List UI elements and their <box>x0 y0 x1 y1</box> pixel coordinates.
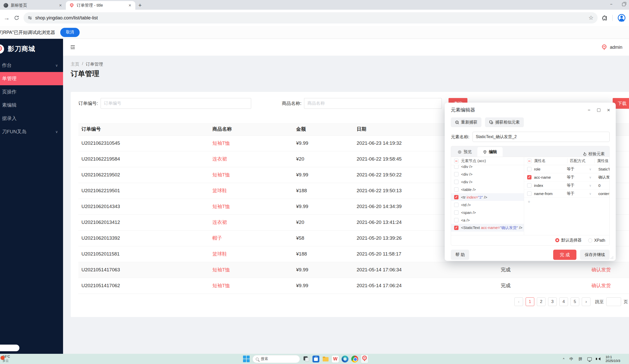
ime-lang-indicator[interactable]: 中 <box>570 357 573 361</box>
browser-tab-order-management[interactable]: 订单管理 - title × <box>66 1 135 10</box>
dialog-close-icon[interactable]: × <box>607 107 610 113</box>
window-restore-button[interactable] <box>622 3 625 6</box>
product-link[interactable]: 篮球鞋 <box>212 251 227 257</box>
tree-node-statictext[interactable]: <StaticText acc-name="确认发货" /> <box>451 224 524 232</box>
node-checkbox[interactable] <box>454 180 458 184</box>
volume-icon[interactable] <box>597 357 600 360</box>
match-select[interactable]: 等于 <box>567 183 587 188</box>
default-selector-radio[interactable]: 默认选择器 <box>555 238 582 243</box>
page-button-2[interactable]: 2 <box>537 297 546 306</box>
match-select[interactable]: 等于 <box>567 191 587 196</box>
node-checkbox[interactable] <box>454 172 458 176</box>
file-explorer-icon[interactable] <box>322 356 329 362</box>
browser-tab-newtab[interactable]: 新标签页 × <box>0 1 66 10</box>
ime-mode-indicator[interactable]: 拼 <box>578 357 582 361</box>
tab-edit[interactable]: 编辑 <box>477 147 503 157</box>
jump-page-input[interactable] <box>606 297 621 306</box>
sidebar-item-page-operations[interactable]: 页操作 <box>0 85 63 99</box>
tab-close-icon[interactable]: × <box>128 3 132 8</box>
page-prev-button[interactable]: ‹ <box>514 297 523 306</box>
page-button-4[interactable]: 4 <box>559 297 568 306</box>
dialog-minimize-icon[interactable]: − <box>588 107 590 113</box>
sidebar-item-order-management[interactable]: 单管理 <box>0 72 63 85</box>
xpath-radio[interactable]: XPath <box>588 238 605 243</box>
profile-avatar[interactable] <box>618 14 625 22</box>
sidebar-item-workbench[interactable]: 作台 ∨ <box>0 59 63 72</box>
address-bar[interactable]: shop.yingdao.com/list/table-list ☆ <box>23 12 598 23</box>
extensions-icon[interactable] <box>602 15 607 21</box>
product-link[interactable]: 短袖T恤 <box>212 172 230 177</box>
order-no-input[interactable] <box>101 98 251 109</box>
attr-checkbox[interactable] <box>527 183 531 188</box>
node-checkbox[interactable] <box>454 187 458 192</box>
bookmark-star-icon[interactable]: ☆ <box>588 15 594 21</box>
dialog-maximize-icon[interactable] <box>597 108 600 112</box>
breadcrumb-home[interactable]: 主页 <box>71 61 79 67</box>
attr-checkbox[interactable] <box>527 167 531 171</box>
reload-icon[interactable] <box>14 15 19 21</box>
sidebar-item-fun-island[interactable]: 刀FUN叉岛 ∨ <box>0 125 63 138</box>
tab-close-icon[interactable]: × <box>58 3 62 8</box>
window-minimize-button[interactable]: − <box>610 2 612 7</box>
product-link[interactable]: 短袖T恤 <box>212 204 230 209</box>
tree-node[interactable]: <a /> <box>451 216 524 224</box>
page-button-5[interactable]: 5 <box>571 297 579 306</box>
match-select[interactable]: 等于 <box>567 175 587 180</box>
node-checkbox[interactable] <box>454 226 458 230</box>
product-link[interactable]: 连衣裙 <box>212 220 227 225</box>
attr-checkbox[interactable] <box>527 175 531 179</box>
confirm-ship-link[interactable]: 确认发货 <box>591 283 611 288</box>
done-button[interactable]: 完 成 <box>553 250 576 260</box>
network-icon[interactable] <box>587 357 592 361</box>
rpa-cancel-button[interactable]: 取消 <box>60 28 80 37</box>
weather-widget[interactable]: 16°C 多云 <box>3 355 10 363</box>
node-checkbox[interactable] <box>454 218 458 222</box>
capture-similar-button[interactable]: 捕获相似元素 <box>485 117 524 127</box>
product-link[interactable]: 连衣裙 <box>212 156 227 162</box>
node-checkbox[interactable] <box>454 203 458 207</box>
tree-node[interactable]: <div /> <box>451 170 524 178</box>
tray-expand-icon[interactable]: ^ <box>563 357 564 361</box>
attr-select-all-checkbox[interactable] <box>527 159 531 163</box>
tree-select-all-checkbox[interactable] <box>454 159 458 163</box>
url-text[interactable]: shop.yingdao.com/list/table-list <box>35 15 585 21</box>
product-link[interactable]: 帽子 <box>212 235 222 241</box>
tree-node[interactable]: <div /> <box>451 178 524 186</box>
taskbar-search[interactable]: 搜索 <box>252 355 300 363</box>
sidebar-item-element-edit[interactable]: 素编辑 <box>0 99 63 112</box>
product-link[interactable]: 篮球鞋 <box>212 188 227 193</box>
tree-node[interactable]: <div /> <box>451 165 524 170</box>
wps-icon[interactable]: W <box>332 356 339 362</box>
tree-node[interactable]: <span /> <box>451 209 524 216</box>
node-checkbox[interactable] <box>454 165 458 169</box>
product-name-input[interactable] <box>304 98 442 109</box>
product-link[interactable]: 短袖T恤 <box>212 267 230 272</box>
task-view-button[interactable] <box>303 356 310 362</box>
forward-icon[interactable]: → <box>4 14 10 21</box>
match-select[interactable]: 等于 <box>567 167 587 172</box>
microsoft-store-icon[interactable] <box>312 356 319 362</box>
tree-node-tr[interactable]: <tr index="2" /> <box>451 193 524 201</box>
site-settings-icon[interactable] <box>28 16 32 20</box>
start-button[interactable] <box>243 356 250 362</box>
tree-node[interactable]: <table /> <box>451 186 524 193</box>
attr-checkbox[interactable] <box>527 191 531 196</box>
validate-element-button[interactable]: 校验元素 <box>583 151 608 157</box>
page-button-1[interactable]: 1 <box>526 297 534 306</box>
product-link[interactable]: 短袖T恤 <box>212 140 230 146</box>
page-button-3[interactable]: 3 <box>548 297 557 306</box>
dialog-titlebar[interactable]: 元素编辑器 − × <box>445 103 616 115</box>
tab-preview[interactable]: 预览 <box>452 147 477 157</box>
element-name-input[interactable] <box>473 132 610 142</box>
help-button[interactable]: 帮 助 <box>451 250 469 260</box>
node-checkbox[interactable] <box>454 195 458 199</box>
page-next-button[interactable]: › <box>582 297 590 306</box>
recapture-button[interactable]: 重新捕获 <box>451 117 481 127</box>
user-menu[interactable]: admin <box>601 44 622 50</box>
chrome-icon[interactable] <box>351 356 358 362</box>
yingdao-app-icon[interactable] <box>361 355 368 363</box>
taskbar-clock[interactable]: 10:1 2025/10/3 <box>606 355 628 363</box>
new-tab-button[interactable]: + <box>138 2 142 9</box>
sidebar-collapse-icon[interactable] <box>70 44 76 50</box>
node-checkbox[interactable] <box>454 210 458 215</box>
